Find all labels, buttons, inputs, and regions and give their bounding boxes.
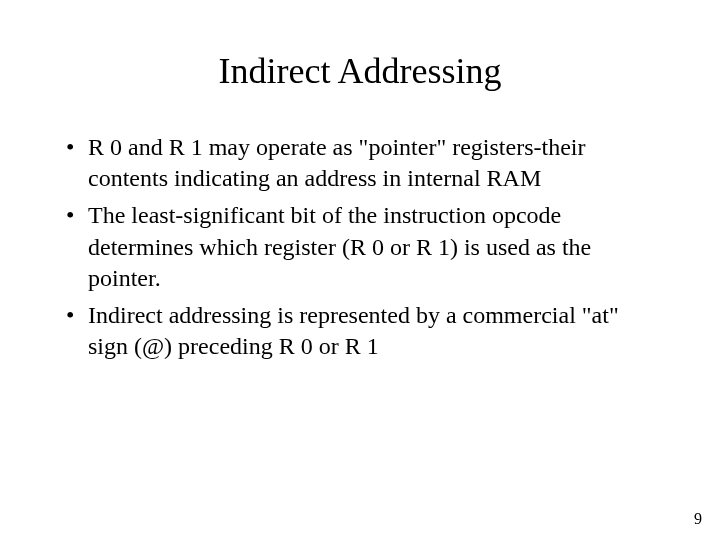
slide-title: Indirect Addressing: [60, 50, 660, 92]
list-item: The least-significant bit of the instruc…: [60, 200, 660, 294]
bullet-list: R 0 and R 1 may operate as "pointer" reg…: [60, 132, 660, 362]
list-item: R 0 and R 1 may operate as "pointer" reg…: [60, 132, 660, 194]
page-number: 9: [694, 510, 702, 528]
list-item: Indirect addressing is represented by a …: [60, 300, 660, 362]
slide: Indirect Addressing R 0 and R 1 may oper…: [0, 0, 720, 540]
